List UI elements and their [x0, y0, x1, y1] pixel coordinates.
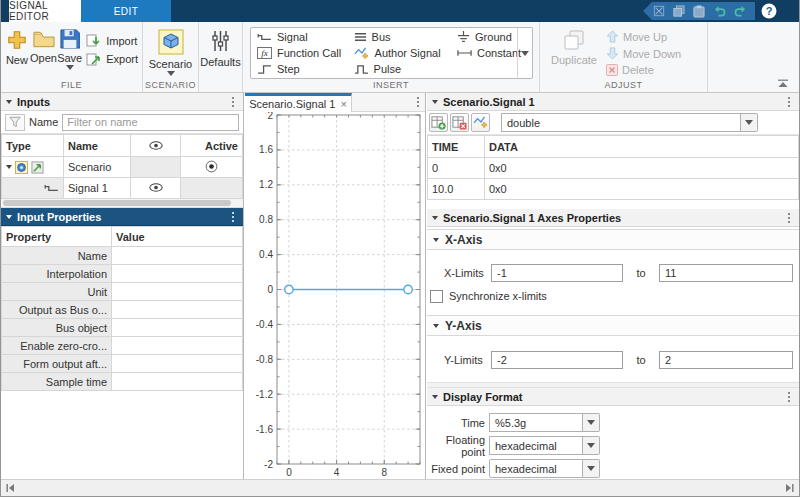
col-value[interactable]: Value: [112, 227, 243, 247]
display-format-menu-icon[interactable]: [784, 390, 794, 404]
tab-signal-editor[interactable]: SIGNAL EDITOR: [9, 0, 81, 22]
defaults-button[interactable]: Defaults: [199, 22, 242, 80]
insert-constant-button[interactable]: Constant: [451, 45, 517, 61]
floating-point-combo[interactable]: hexadecimal: [489, 436, 600, 455]
filter-funnel-icon[interactable]: [5, 114, 25, 131]
open-icon: [32, 29, 55, 49]
insert-ground-button[interactable]: Ground: [451, 29, 517, 45]
inputs-collapse-icon[interactable]: [6, 100, 12, 104]
col-data[interactable]: DATA: [485, 136, 799, 158]
time-cell[interactable]: 0: [428, 158, 485, 179]
signal1-visibility-icon[interactable]: [149, 183, 163, 192]
insert-bus-button[interactable]: Bus: [348, 29, 452, 45]
copy-icon[interactable]: [673, 5, 685, 17]
collapse-left-pane-icon[interactable]: [5, 483, 15, 493]
col-property[interactable]: Property: [2, 227, 112, 247]
new-button[interactable]: New: [4, 22, 30, 80]
signal1-name-cell[interactable]: Signal 1: [64, 178, 131, 199]
help-icon[interactable]: ?: [761, 3, 777, 19]
add-row-button[interactable]: [429, 113, 448, 132]
col-time[interactable]: TIME: [428, 136, 485, 158]
datatype-combo[interactable]: double: [501, 113, 758, 132]
col-visibility[interactable]: [131, 135, 181, 157]
expand-scenario-icon[interactable]: [6, 165, 12, 169]
value-cell[interactable]: [112, 337, 243, 355]
import-button[interactable]: Import: [82, 32, 142, 50]
display-format-collapse-icon[interactable]: [432, 395, 438, 399]
y-axis-section-header[interactable]: Y-Axis: [427, 315, 799, 336]
inputs-hscrollbar[interactable]: [1, 199, 243, 208]
insert-pulse-button[interactable]: Pulse: [348, 61, 452, 77]
delete-row-button[interactable]: [450, 113, 469, 132]
scenario-button[interactable]: Scenario: [145, 22, 197, 80]
redo-icon[interactable]: [734, 5, 747, 17]
x-max-input[interactable]: 11: [659, 264, 793, 282]
value-cell[interactable]: [112, 265, 243, 283]
cut-icon[interactable]: [653, 5, 665, 17]
col-name[interactable]: Name: [64, 135, 131, 157]
value-cell[interactable]: [112, 373, 243, 391]
open-button[interactable]: Open: [30, 22, 57, 80]
value-cell[interactable]: [112, 319, 243, 337]
insert-signal-button[interactable]: Signal: [251, 29, 348, 45]
move-up-button[interactable]: Move Up: [602, 28, 685, 45]
svg-text:0: 0: [267, 284, 273, 295]
author-signal-button[interactable]: [471, 113, 490, 132]
table-row-scenario[interactable]: Scenario: [2, 157, 243, 178]
x-min-input[interactable]: -1: [491, 264, 623, 282]
signal-chart[interactable]: 048-2-1.6-1.2-0.8-0.400.40.81.21.62: [245, 112, 425, 479]
value-cell[interactable]: [112, 283, 243, 301]
col-type[interactable]: Type: [2, 135, 64, 157]
signal-panel-collapse-icon[interactable]: [432, 100, 438, 104]
data-cell[interactable]: 0x0: [485, 179, 799, 200]
collapse-ribbon-icon[interactable]: [777, 79, 789, 88]
table-row: Name: [2, 247, 243, 265]
insert-gallery-dropdown[interactable]: [517, 28, 532, 78]
table-row: Interpolation: [2, 265, 243, 283]
value-cell[interactable]: [112, 247, 243, 265]
fixed-point-value: hexadecimal: [489, 459, 583, 478]
signal-panel-header: Scenario.Signal 1: [427, 93, 799, 111]
svg-text:4: 4: [334, 467, 340, 478]
insert-step-button[interactable]: Step: [251, 61, 348, 77]
value-cell[interactable]: [112, 301, 243, 319]
delete-button[interactable]: Delete: [602, 62, 685, 78]
active-radio-icon[interactable]: [205, 160, 218, 173]
col-active[interactable]: Active: [181, 135, 243, 157]
export-button[interactable]: Export: [82, 50, 142, 68]
y-max-input[interactable]: 2: [659, 351, 793, 369]
axes-properties-menu-icon[interactable]: [784, 211, 794, 225]
save-button[interactable]: Save: [57, 22, 82, 80]
paste-icon[interactable]: [693, 5, 705, 18]
inputs-menu-icon[interactable]: [228, 95, 238, 109]
duplicate-button[interactable]: Duplicate: [546, 22, 602, 80]
y-min-input[interactable]: -2: [491, 351, 623, 369]
close-tab-icon[interactable]: ×: [340, 98, 346, 110]
signal-panel-menu-icon[interactable]: [784, 95, 794, 109]
collapse-right-pane-icon[interactable]: [785, 483, 795, 493]
plot-menu-icon[interactable]: [413, 95, 423, 109]
axes-properties-collapse-icon[interactable]: [432, 216, 438, 220]
value-cell[interactable]: [112, 355, 243, 373]
fixed-point-combo[interactable]: hexadecimal: [489, 459, 600, 478]
document-tab[interactable]: Scenario.Signal 1 ×: [245, 93, 352, 112]
undo-icon[interactable]: [713, 5, 726, 17]
time-format-combo[interactable]: %5.3g: [489, 413, 600, 432]
input-properties-menu-icon[interactable]: [228, 210, 238, 224]
input-properties-table: Property Value Name Interpolation Unit O…: [1, 226, 243, 391]
insert-author-signal-button[interactable]: Author Signal: [348, 45, 452, 61]
input-properties-collapse-icon[interactable]: [6, 215, 12, 219]
insert-function-call-button[interactable]: fxFunction Call: [251, 45, 348, 61]
tab-edit[interactable]: EDIT: [81, 0, 171, 22]
move-down-button[interactable]: Move Down: [602, 45, 685, 62]
chart-svg[interactable]: 048-2-1.6-1.2-0.8-0.400.40.81.21.62: [245, 112, 425, 480]
x-to-label: to: [623, 267, 659, 279]
filter-input[interactable]: [62, 114, 239, 131]
scenario-name-cell[interactable]: Scenario: [64, 157, 131, 178]
x-axis-section-header[interactable]: X-Axis: [427, 229, 799, 250]
table-row-signal1[interactable]: Signal 1: [2, 178, 243, 199]
sync-xlimits-row[interactable]: Synchronize x-limits: [427, 288, 799, 304]
data-cell[interactable]: 0x0: [485, 158, 799, 179]
sync-xlimits-checkbox[interactable]: [430, 290, 443, 303]
time-cell[interactable]: 10.0: [428, 179, 485, 200]
